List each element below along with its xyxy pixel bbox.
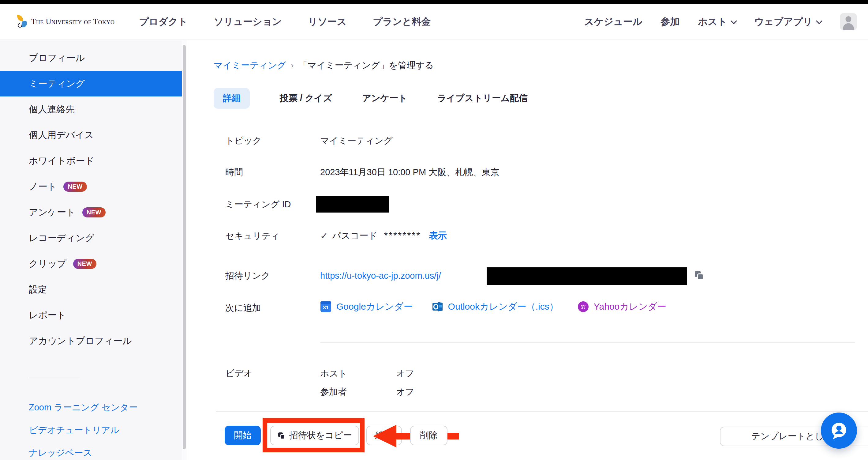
sidebar-item-notes[interactable]: ノートNEW [0, 174, 182, 199]
sidebar-item-meetings[interactable]: ミーティング [0, 71, 182, 96]
copy-invitation-button[interactable]: 招待状をコピー [270, 426, 359, 445]
svg-text:Y!: Y! [581, 305, 586, 310]
copy-icon [693, 270, 705, 281]
new-badge: NEW [63, 182, 87, 192]
outlook-icon [432, 301, 443, 312]
chevron-down-icon [816, 18, 823, 24]
utokyo-brand[interactable]: The University of Tokyo [16, 14, 115, 29]
meeting-id-redaction [316, 196, 389, 212]
video-host-value: オフ [396, 367, 414, 379]
yahoo-calendar-link[interactable]: Y! Yahooカレンダー [578, 300, 666, 313]
link-knowledge-base[interactable]: ナレッジベース [29, 446, 138, 459]
account-nav: スケジュール 参加 ホスト ウェブアプリ [584, 13, 857, 30]
outlook-calendar-link[interactable]: Outlookカレンダー（.ics） [432, 300, 559, 313]
utokyo-logo-icon [16, 14, 28, 29]
security-row: ✓ パスコード ******** 表示 [320, 230, 446, 242]
profile-avatar[interactable] [840, 13, 857, 30]
sidebar-item-settings[interactable]: 設定 [0, 277, 182, 302]
google-calendar-icon: 31 [320, 301, 332, 312]
time-label: 時間 [225, 166, 243, 178]
invite-link-url[interactable]: https://u-tokyo-ac-jp.zoom.us/j/ [320, 269, 441, 282]
passcode-masked-value: ******** [384, 230, 421, 241]
time-value: 2023年11月30日 10:00 PM 大阪、札幌、東京 [320, 166, 499, 178]
nav-resources[interactable]: リソース [308, 15, 346, 28]
support-chat-icon [828, 420, 850, 442]
video-participant-name: 参加者 [320, 385, 347, 398]
topic-value: マイミーティング [320, 135, 393, 147]
sidebar-item-clips[interactable]: クリップNEW [0, 251, 182, 277]
sidebar-item-profile[interactable]: プロフィール [0, 45, 182, 71]
brand-text: The University of Tokyo [31, 18, 115, 26]
sidebar-item-recordings[interactable]: レコーディング [0, 225, 182, 251]
sidebar-item-whiteboard[interactable]: ホワイトボード [0, 148, 182, 174]
nav-schedule[interactable]: スケジュール [584, 15, 643, 28]
nav-plans-pricing[interactable]: プランと料金 [373, 15, 431, 28]
delete-button[interactable]: 削除 [410, 426, 447, 445]
sidebar-footer-links: Zoom ラーニング センター ビデオチュートリアル ナレッジベース [29, 401, 138, 459]
security-label: セキュリティ [225, 230, 280, 242]
new-badge: NEW [82, 207, 105, 218]
yahoo-icon: Y! [578, 301, 589, 312]
passcode-label: パスコード [332, 230, 377, 242]
google-calendar-link[interactable]: 31 Googleカレンダー [320, 300, 413, 313]
calendar-links: 31 Googleカレンダー Outlookカレンダー（.ics） Y! Y [320, 300, 666, 313]
breadcrumb-current: 「マイミーティング」を管理する [299, 58, 434, 72]
nav-products[interactable]: プロダクト [139, 15, 188, 28]
breadcrumb: マイミーティング › 「マイミーティング」を管理する [214, 58, 434, 72]
top-navigation-bar: The University of Tokyo プロダクト ソリューション リソ… [0, 4, 868, 40]
topic-label: トピック [225, 135, 262, 147]
window-top-strip [0, 0, 868, 4]
tab-details[interactable]: 詳細 [214, 88, 250, 109]
nav-solutions[interactable]: ソリューション [214, 15, 282, 28]
tab-polls-quizzes[interactable]: 投票 / クイズ [280, 88, 332, 109]
link-zoom-learning-center[interactable]: Zoom ラーニング センター [29, 401, 138, 414]
copy-icon [277, 432, 285, 440]
breadcrumb-my-meetings-link[interactable]: マイミーティング [214, 58, 286, 72]
video-host-name: ホスト [320, 367, 347, 379]
add-to-label: 次に追加 [225, 302, 261, 314]
sidebar: プロフィール ミーティング 個人連絡先 個人用デバイス ホワイトボード ノートN… [0, 40, 187, 460]
video-participant-value: オフ [396, 385, 414, 398]
sidebar-menu: プロフィール ミーティング 個人連絡先 個人用デバイス ホワイトボード ノートN… [0, 45, 182, 354]
invite-link-label: 招待リンク [225, 269, 270, 282]
support-chat-button[interactable] [821, 412, 857, 449]
sidebar-item-reports[interactable]: レポート [0, 302, 182, 328]
sidebar-item-surveys[interactable]: アンケートNEW [0, 199, 182, 225]
start-button[interactable]: 開始 [225, 426, 261, 445]
sidebar-item-personal-devices[interactable]: 個人用デバイス [0, 122, 182, 148]
invite-link-redaction [487, 267, 687, 285]
chevron-down-icon [731, 18, 737, 24]
breadcrumb-separator: › [291, 58, 294, 72]
show-passcode-link[interactable]: 表示 [429, 230, 446, 242]
meeting-tabs: 詳細 投票 / クイズ アンケート ライブストリーム配信 [214, 88, 528, 109]
sidebar-scrollbar-thumb[interactable] [183, 45, 186, 449]
svg-text:31: 31 [323, 305, 329, 311]
zoom-web-portal: The University of Tokyo プロダクト ソリューション リソ… [0, 0, 868, 460]
sidebar-divider [29, 378, 80, 378]
link-video-tutorials[interactable]: ビデオチュートリアル [29, 424, 138, 436]
sidebar-item-account-profile[interactable]: アカウントプロフィール [0, 328, 182, 354]
meeting-detail-content: マイミーティング › 「マイミーティング」を管理する 詳細 投票 / クイズ ア… [187, 40, 868, 460]
footer-divider [216, 411, 868, 412]
primary-nav: プロダクト ソリューション リソース プランと料金 [139, 15, 431, 28]
copy-invite-link-button[interactable] [693, 270, 705, 281]
new-badge: NEW [73, 259, 96, 269]
nav-webapp-dropdown[interactable]: ウェブアプリ [754, 15, 822, 28]
section-divider [320, 342, 855, 343]
check-icon: ✓ [320, 231, 328, 241]
tab-survey[interactable]: アンケート [362, 88, 407, 109]
video-label: ビデオ [225, 367, 252, 379]
nav-join[interactable]: 参加 [660, 15, 679, 28]
sidebar-item-personal-contacts[interactable]: 個人連絡先 [0, 96, 182, 122]
nav-host-dropdown[interactable]: ホスト [698, 15, 736, 28]
meeting-id-label: ミーティング ID [225, 198, 291, 210]
tab-live-streaming[interactable]: ライブストリーム配信 [437, 88, 528, 109]
edit-button[interactable]: 編集 [366, 426, 402, 445]
